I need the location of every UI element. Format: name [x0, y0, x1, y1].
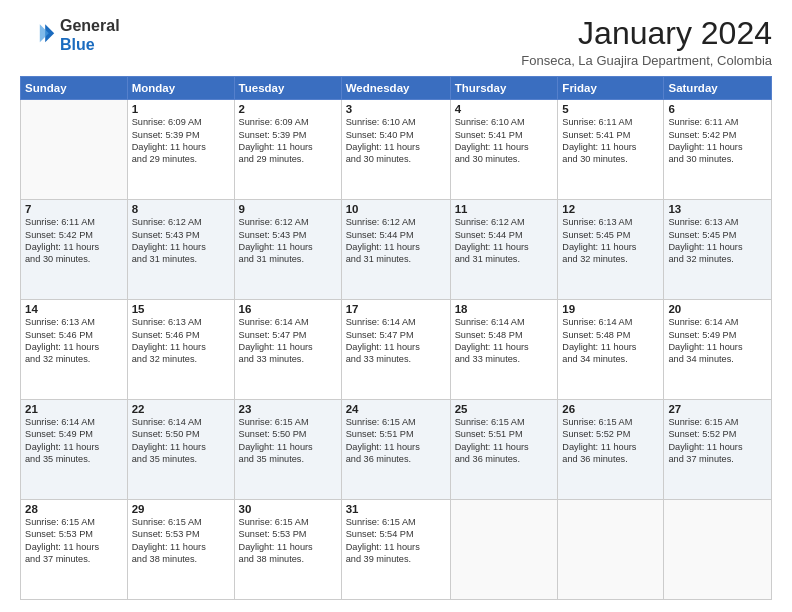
header-monday: Monday — [127, 77, 234, 100]
header-saturday: Saturday — [664, 77, 772, 100]
calendar-cell: 15Sunrise: 6:13 AM Sunset: 5:46 PM Dayli… — [127, 300, 234, 400]
day-info: Sunrise: 6:14 AM Sunset: 5:49 PM Dayligh… — [25, 416, 123, 466]
calendar-cell: 27Sunrise: 6:15 AM Sunset: 5:52 PM Dayli… — [664, 400, 772, 500]
day-number: 11 — [455, 203, 554, 215]
calendar-cell: 14Sunrise: 6:13 AM Sunset: 5:46 PM Dayli… — [21, 300, 128, 400]
day-number: 8 — [132, 203, 230, 215]
day-number: 10 — [346, 203, 446, 215]
calendar-cell: 1Sunrise: 6:09 AM Sunset: 5:39 PM Daylig… — [127, 100, 234, 200]
day-number: 31 — [346, 503, 446, 515]
day-info: Sunrise: 6:14 AM Sunset: 5:49 PM Dayligh… — [668, 316, 767, 366]
calendar-cell: 11Sunrise: 6:12 AM Sunset: 5:44 PM Dayli… — [450, 200, 558, 300]
calendar-week-row: 1Sunrise: 6:09 AM Sunset: 5:39 PM Daylig… — [21, 100, 772, 200]
calendar-week-row: 28Sunrise: 6:15 AM Sunset: 5:53 PM Dayli… — [21, 500, 772, 600]
day-number: 22 — [132, 403, 230, 415]
logo-blue: Blue — [60, 36, 95, 53]
day-number: 3 — [346, 103, 446, 115]
calendar-cell: 3Sunrise: 6:10 AM Sunset: 5:40 PM Daylig… — [341, 100, 450, 200]
header: General Blue January 2024 Fonseca, La Gu… — [20, 16, 772, 68]
day-info: Sunrise: 6:12 AM Sunset: 5:44 PM Dayligh… — [346, 216, 446, 266]
calendar-cell: 4Sunrise: 6:10 AM Sunset: 5:41 PM Daylig… — [450, 100, 558, 200]
calendar-cell: 30Sunrise: 6:15 AM Sunset: 5:53 PM Dayli… — [234, 500, 341, 600]
weekday-header-row: Sunday Monday Tuesday Wednesday Thursday… — [21, 77, 772, 100]
calendar-cell — [558, 500, 664, 600]
day-info: Sunrise: 6:14 AM Sunset: 5:47 PM Dayligh… — [346, 316, 446, 366]
calendar-cell: 17Sunrise: 6:14 AM Sunset: 5:47 PM Dayli… — [341, 300, 450, 400]
day-info: Sunrise: 6:12 AM Sunset: 5:44 PM Dayligh… — [455, 216, 554, 266]
day-info: Sunrise: 6:11 AM Sunset: 5:42 PM Dayligh… — [25, 216, 123, 266]
logo-general: General — [60, 17, 120, 34]
day-info: Sunrise: 6:13 AM Sunset: 5:45 PM Dayligh… — [562, 216, 659, 266]
day-info: Sunrise: 6:15 AM Sunset: 5:53 PM Dayligh… — [239, 516, 337, 566]
day-info: Sunrise: 6:10 AM Sunset: 5:40 PM Dayligh… — [346, 116, 446, 166]
logo-text: General Blue — [60, 16, 120, 54]
day-info: Sunrise: 6:15 AM Sunset: 5:50 PM Dayligh… — [239, 416, 337, 466]
calendar-week-row: 7Sunrise: 6:11 AM Sunset: 5:42 PM Daylig… — [21, 200, 772, 300]
day-info: Sunrise: 6:15 AM Sunset: 5:52 PM Dayligh… — [562, 416, 659, 466]
day-number: 27 — [668, 403, 767, 415]
logo: General Blue — [20, 16, 120, 54]
calendar-cell: 21Sunrise: 6:14 AM Sunset: 5:49 PM Dayli… — [21, 400, 128, 500]
day-info: Sunrise: 6:15 AM Sunset: 5:51 PM Dayligh… — [455, 416, 554, 466]
day-number: 2 — [239, 103, 337, 115]
calendar-cell: 16Sunrise: 6:14 AM Sunset: 5:47 PM Dayli… — [234, 300, 341, 400]
day-number: 16 — [239, 303, 337, 315]
day-info: Sunrise: 6:14 AM Sunset: 5:48 PM Dayligh… — [562, 316, 659, 366]
day-number: 18 — [455, 303, 554, 315]
header-tuesday: Tuesday — [234, 77, 341, 100]
day-info: Sunrise: 6:09 AM Sunset: 5:39 PM Dayligh… — [239, 116, 337, 166]
calendar-cell: 26Sunrise: 6:15 AM Sunset: 5:52 PM Dayli… — [558, 400, 664, 500]
calendar-cell: 19Sunrise: 6:14 AM Sunset: 5:48 PM Dayli… — [558, 300, 664, 400]
day-number: 4 — [455, 103, 554, 115]
calendar-cell: 9Sunrise: 6:12 AM Sunset: 5:43 PM Daylig… — [234, 200, 341, 300]
day-number: 26 — [562, 403, 659, 415]
day-info: Sunrise: 6:12 AM Sunset: 5:43 PM Dayligh… — [239, 216, 337, 266]
day-info: Sunrise: 6:15 AM Sunset: 5:52 PM Dayligh… — [668, 416, 767, 466]
day-number: 12 — [562, 203, 659, 215]
calendar-cell: 20Sunrise: 6:14 AM Sunset: 5:49 PM Dayli… — [664, 300, 772, 400]
day-number: 14 — [25, 303, 123, 315]
day-number: 1 — [132, 103, 230, 115]
day-number: 21 — [25, 403, 123, 415]
calendar-cell: 6Sunrise: 6:11 AM Sunset: 5:42 PM Daylig… — [664, 100, 772, 200]
logo-icon — [20, 17, 56, 53]
day-info: Sunrise: 6:15 AM Sunset: 5:51 PM Dayligh… — [346, 416, 446, 466]
day-number: 25 — [455, 403, 554, 415]
calendar-cell — [21, 100, 128, 200]
day-info: Sunrise: 6:15 AM Sunset: 5:54 PM Dayligh… — [346, 516, 446, 566]
calendar-cell: 25Sunrise: 6:15 AM Sunset: 5:51 PM Dayli… — [450, 400, 558, 500]
calendar-cell — [664, 500, 772, 600]
calendar-cell: 22Sunrise: 6:14 AM Sunset: 5:50 PM Dayli… — [127, 400, 234, 500]
day-info: Sunrise: 6:10 AM Sunset: 5:41 PM Dayligh… — [455, 116, 554, 166]
header-thursday: Thursday — [450, 77, 558, 100]
calendar-table: Sunday Monday Tuesday Wednesday Thursday… — [20, 76, 772, 600]
day-info: Sunrise: 6:11 AM Sunset: 5:41 PM Dayligh… — [562, 116, 659, 166]
header-sunday: Sunday — [21, 77, 128, 100]
calendar-cell: 7Sunrise: 6:11 AM Sunset: 5:42 PM Daylig… — [21, 200, 128, 300]
day-number: 30 — [239, 503, 337, 515]
title-block: January 2024 Fonseca, La Guajira Departm… — [521, 16, 772, 68]
day-info: Sunrise: 6:13 AM Sunset: 5:46 PM Dayligh… — [25, 316, 123, 366]
day-info: Sunrise: 6:13 AM Sunset: 5:45 PM Dayligh… — [668, 216, 767, 266]
day-number: 19 — [562, 303, 659, 315]
calendar-cell: 31Sunrise: 6:15 AM Sunset: 5:54 PM Dayli… — [341, 500, 450, 600]
day-number: 23 — [239, 403, 337, 415]
page: General Blue January 2024 Fonseca, La Gu… — [0, 0, 792, 612]
day-info: Sunrise: 6:14 AM Sunset: 5:48 PM Dayligh… — [455, 316, 554, 366]
calendar-cell: 8Sunrise: 6:12 AM Sunset: 5:43 PM Daylig… — [127, 200, 234, 300]
month-title: January 2024 — [521, 16, 772, 51]
calendar-week-row: 21Sunrise: 6:14 AM Sunset: 5:49 PM Dayli… — [21, 400, 772, 500]
day-number: 6 — [668, 103, 767, 115]
day-number: 17 — [346, 303, 446, 315]
day-info: Sunrise: 6:14 AM Sunset: 5:47 PM Dayligh… — [239, 316, 337, 366]
calendar-cell — [450, 500, 558, 600]
calendar-cell: 12Sunrise: 6:13 AM Sunset: 5:45 PM Dayli… — [558, 200, 664, 300]
day-number: 7 — [25, 203, 123, 215]
day-info: Sunrise: 6:09 AM Sunset: 5:39 PM Dayligh… — [132, 116, 230, 166]
calendar-cell: 2Sunrise: 6:09 AM Sunset: 5:39 PM Daylig… — [234, 100, 341, 200]
calendar-cell: 28Sunrise: 6:15 AM Sunset: 5:53 PM Dayli… — [21, 500, 128, 600]
calendar-cell: 29Sunrise: 6:15 AM Sunset: 5:53 PM Dayli… — [127, 500, 234, 600]
day-number: 5 — [562, 103, 659, 115]
calendar-cell: 18Sunrise: 6:14 AM Sunset: 5:48 PM Dayli… — [450, 300, 558, 400]
header-friday: Friday — [558, 77, 664, 100]
